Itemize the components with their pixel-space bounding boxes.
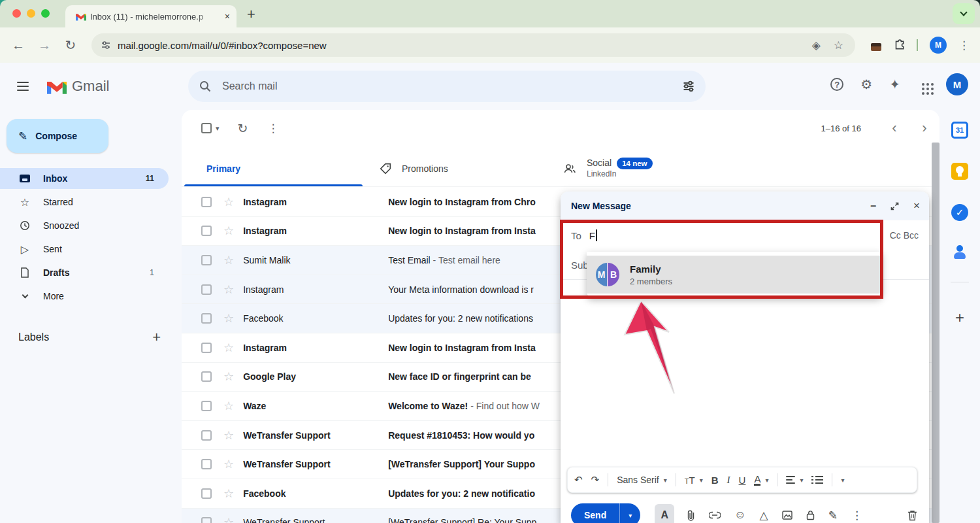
newer-page-icon[interactable]: ‹	[879, 120, 909, 137]
contacts-icon[interactable]	[953, 245, 967, 260]
tab-search-button[interactable]	[953, 3, 975, 24]
search-bar[interactable]: Search mail	[188, 71, 706, 102]
more-options-icon[interactable]: ⋮	[851, 509, 862, 522]
select-caret-icon[interactable]: ▾	[216, 124, 220, 133]
minimize-window-button[interactable]	[27, 9, 35, 18]
star-icon[interactable]: ☆	[223, 515, 234, 523]
search-icon[interactable]	[199, 80, 212, 93]
star-icon[interactable]: ☆	[223, 399, 234, 413]
url-text[interactable]: mail.google.com/mail/u/0/#inbox?compose=…	[118, 40, 812, 51]
insert-link-icon[interactable]	[709, 511, 721, 519]
zoom-window-button[interactable]	[41, 9, 50, 18]
extensions-puzzle-icon[interactable]	[893, 39, 905, 51]
settings-gear-icon[interactable]: ⚙	[860, 76, 872, 92]
create-label-icon[interactable]: +	[152, 329, 161, 346]
star-icon[interactable]: ☆	[223, 341, 234, 355]
tab-primary[interactable]: Primary	[182, 150, 365, 186]
tab-promotions[interactable]: Promotions	[365, 150, 549, 186]
google-apps-icon[interactable]	[922, 83, 924, 86]
star-icon[interactable]: ☆	[223, 282, 234, 297]
star-icon[interactable]: ☆	[223, 457, 234, 471]
font-size-icon[interactable]: TT	[685, 475, 695, 486]
new-tab-button[interactable]: +	[247, 6, 255, 23]
align-icon[interactable]	[786, 476, 795, 484]
address-bar[interactable]: mail.google.com/mail/u/0/#inbox?compose=…	[91, 33, 855, 57]
star-icon[interactable]: ☆	[223, 224, 234, 238]
font-select[interactable]: Sans Serif	[617, 475, 659, 485]
get-addons-icon[interactable]: +	[955, 309, 964, 327]
gemini-sparkle-icon[interactable]: ✦	[889, 76, 900, 92]
sidebar-item-more[interactable]: More	[0, 286, 169, 307]
row-checkbox[interactable]	[201, 313, 212, 324]
back-button[interactable]: ←	[5, 38, 31, 53]
help-icon[interactable]: ?	[830, 78, 843, 91]
extension-icon[interactable]	[871, 43, 881, 51]
redo-icon[interactable]: ↷	[591, 474, 600, 486]
signature-pen-icon[interactable]: ✎	[828, 509, 838, 522]
star-icon[interactable]: ☆	[223, 195, 234, 209]
drive-icon[interactable]: △	[760, 509, 768, 522]
discard-trash-icon[interactable]	[907, 510, 917, 521]
bold-button[interactable]: B	[711, 475, 719, 486]
insert-photo-icon[interactable]	[782, 511, 792, 520]
send-button[interactable]: Send ▾	[571, 503, 640, 523]
underline-button[interactable]: U	[739, 475, 746, 486]
numbered-list-icon[interactable]	[811, 476, 823, 484]
sidebar-item-starred[interactable]: ☆ Starred	[0, 192, 169, 212]
close-icon[interactable]: ×	[913, 199, 920, 212]
sidebar-item-sent[interactable]: ▷ Sent	[0, 239, 169, 260]
sidebar-item-drafts[interactable]: Drafts 1	[0, 262, 169, 283]
row-checkbox[interactable]	[201, 459, 212, 469]
chrome-menu-icon[interactable]: ⋮	[958, 39, 970, 52]
chevron-down-icon[interactable]: ▾	[700, 477, 703, 484]
site-settings-icon[interactable]	[101, 40, 111, 50]
row-checkbox[interactable]	[201, 226, 212, 236]
row-checkbox[interactable]	[201, 255, 212, 265]
bookmark-star-icon[interactable]: ☆	[834, 39, 843, 52]
window-controls[interactable]	[12, 9, 50, 18]
attach-file-icon[interactable]	[686, 510, 695, 521]
older-page-icon[interactable]: ›	[909, 120, 939, 137]
main-menu-button[interactable]	[17, 82, 29, 91]
compose-button[interactable]: ✎ Compose	[7, 119, 108, 153]
more-formatting-icon[interactable]: ▾	[841, 477, 844, 484]
search-options-icon[interactable]	[682, 80, 695, 93]
row-checkbox[interactable]	[201, 371, 212, 382]
open-in-full-icon[interactable]	[890, 202, 899, 211]
select-all-checkbox[interactable]	[201, 123, 212, 133]
reload-button[interactable]: ↻	[57, 37, 84, 53]
sidebar-item-inbox[interactable]: Inbox 11	[0, 168, 169, 189]
search-input[interactable]: Search mail	[222, 80, 682, 92]
row-checkbox[interactable]	[201, 197, 212, 207]
row-checkbox[interactable]	[201, 488, 212, 499]
text-color-button[interactable]: A	[754, 474, 760, 486]
italic-button[interactable]: I	[727, 475, 730, 486]
list-scrollbar[interactable]	[932, 143, 939, 523]
confidential-lock-icon[interactable]	[806, 510, 815, 520]
row-checkbox[interactable]	[201, 343, 212, 353]
minimize-icon[interactable]: –	[870, 200, 876, 212]
sidebar-item-snoozed[interactable]: Snoozed	[0, 215, 169, 236]
row-checkbox[interactable]	[201, 401, 212, 411]
keep-icon[interactable]	[951, 163, 968, 180]
tab-close-icon[interactable]: ×	[225, 11, 230, 22]
row-checkbox[interactable]	[201, 430, 212, 441]
account-avatar[interactable]: M	[946, 73, 968, 95]
refresh-icon[interactable]: ↻	[238, 121, 248, 136]
star-icon[interactable]: ☆	[223, 428, 234, 443]
tab-social[interactable]: Social 14 new LinkedIn	[549, 150, 732, 186]
send-label[interactable]: Send	[571, 503, 619, 523]
chevron-down-icon[interactable]: ▾	[800, 477, 803, 484]
browser-tab[interactable]: Inbox (11) - michelemorrone.p ×	[65, 5, 237, 27]
browser-profile-avatar[interactable]: M	[930, 37, 947, 54]
more-options-icon[interactable]: ⋮	[267, 122, 278, 135]
row-checkbox[interactable]	[201, 517, 212, 523]
send-options-icon[interactable]: ▾	[619, 503, 640, 523]
chevron-down-icon[interactable]: ▾	[664, 477, 667, 484]
calendar-icon[interactable]: 31	[951, 122, 968, 139]
formatting-options-button[interactable]: A	[655, 504, 674, 523]
emoji-icon[interactable]: ☺	[734, 509, 745, 522]
undo-icon[interactable]: ↶	[574, 474, 583, 486]
reading-mode-icon[interactable]: ◈	[812, 39, 821, 52]
star-icon[interactable]: ☆	[223, 369, 234, 384]
